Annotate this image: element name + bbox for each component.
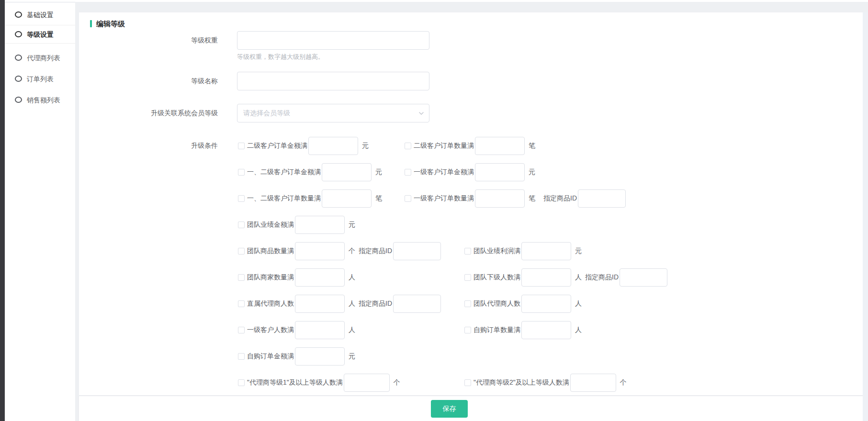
condition-value-input[interactable] xyxy=(295,347,345,366)
condition-row: 一、二级客户订单数量满笔一级客户订单数量满笔指定商品ID xyxy=(237,189,667,208)
condition-item: 团队商家数量满人 xyxy=(238,268,464,287)
condition-unit: 人 xyxy=(575,299,582,308)
condition-checkbox[interactable] xyxy=(238,169,245,176)
condition-item: 二级客户订单金额满元 xyxy=(238,137,405,155)
level-name-input[interactable] xyxy=(237,72,429,90)
condition-unit: 人 xyxy=(575,326,582,334)
condition-item: 一、二级客户订单金额满元 xyxy=(238,163,405,181)
condition-checkbox[interactable] xyxy=(238,248,245,255)
condition-item: 团队代理商人数人 xyxy=(464,295,582,313)
circle-icon xyxy=(15,97,22,103)
circle-icon xyxy=(15,55,22,61)
sidebar-item-label: 代理商列表 xyxy=(27,54,60,62)
condition-item: 二级客户订单数量满笔 xyxy=(405,137,535,155)
condition-checkbox[interactable] xyxy=(238,327,245,333)
condition-label: 团队业绩金额满 xyxy=(247,221,294,229)
condition-checkbox[interactable] xyxy=(405,195,411,202)
condition-value-input[interactable] xyxy=(308,137,358,155)
condition-value-input[interactable] xyxy=(475,163,525,181)
condition-checkbox[interactable] xyxy=(238,300,245,307)
product-id-label: 指定商品ID xyxy=(359,247,392,255)
weight-input[interactable] xyxy=(237,31,429,50)
sidebar-item-label: 基础设置 xyxy=(27,11,54,19)
sidebar-item-4[interactable]: 销售额列表 xyxy=(5,89,75,111)
condition-checkbox[interactable] xyxy=(405,169,411,176)
condition-item: 直属代理商人数人指定商品ID xyxy=(238,295,464,313)
sidebar-item-label: 订单列表 xyxy=(27,75,54,83)
condition-checkbox[interactable] xyxy=(464,274,471,281)
condition-label: 团队商家数量满 xyxy=(247,273,294,282)
conditions-row: 升级条件 二级客户订单金额满元二级客户订单数量满笔一、二级客户订单金额满元一级客… xyxy=(90,136,863,392)
edit-level-form: 等级权重 等级权重，数字越大级别越高。 等级名称 升级关联系统会员等级 请选择会… xyxy=(90,31,863,392)
sidebar: 基础设置等级设置代理商列表订单列表销售额列表 xyxy=(5,2,75,421)
product-id-input[interactable] xyxy=(620,268,667,287)
condition-value-input[interactable] xyxy=(475,137,525,155)
product-id-input[interactable] xyxy=(393,295,441,313)
member-level-row: 升级关联系统会员等级 请选择会员等级 xyxy=(90,104,863,122)
member-level-select[interactable]: 请选择会员等级 xyxy=(237,104,429,122)
condition-checkbox[interactable] xyxy=(238,353,245,360)
condition-value-input[interactable] xyxy=(521,321,571,339)
condition-checkbox[interactable] xyxy=(464,327,471,333)
condition-checkbox[interactable] xyxy=(238,379,245,386)
condition-unit: 人 xyxy=(575,273,582,282)
top-header-strip xyxy=(5,0,868,2)
condition-value-input[interactable] xyxy=(322,163,372,181)
condition-label: 一、二级客户订单金额满 xyxy=(247,168,321,177)
sidebar-item-3[interactable]: 订单列表 xyxy=(5,68,75,89)
condition-value-input[interactable] xyxy=(295,295,345,313)
condition-checkbox[interactable] xyxy=(464,379,471,386)
condition-value-input[interactable] xyxy=(521,242,571,260)
condition-item: 团队下级人数满人指定商品ID xyxy=(464,268,667,287)
condition-checkbox[interactable] xyxy=(238,222,245,228)
circle-icon xyxy=(15,11,22,18)
condition-checkbox[interactable] xyxy=(238,274,245,281)
condition-item: 团队商品数量满个指定商品ID xyxy=(238,242,464,260)
save-button[interactable]: 保存 xyxy=(431,400,468,418)
product-id-label: 指定商品ID xyxy=(359,299,392,308)
condition-checkbox[interactable] xyxy=(238,143,245,149)
condition-label: 团队代理商人数 xyxy=(473,299,520,308)
condition-value-input[interactable] xyxy=(344,374,390,392)
product-id-input[interactable] xyxy=(578,189,626,208)
condition-row: 一、二级客户订单金额满元一级客户订单金额满元 xyxy=(237,163,667,181)
condition-unit: 元 xyxy=(375,168,382,177)
condition-label: 直属代理商人数 xyxy=(247,299,294,308)
condition-label: 自购订单数量满 xyxy=(473,326,520,334)
condition-item: 一级客户订单数量满笔指定商品ID xyxy=(405,189,626,208)
condition-value-input[interactable] xyxy=(570,374,616,392)
condition-value-input[interactable] xyxy=(295,216,345,234)
condition-item: 自购订单数量满人 xyxy=(464,321,582,339)
condition-value-input[interactable] xyxy=(322,189,372,208)
condition-unit: 个 xyxy=(620,378,627,387)
condition-value-input[interactable] xyxy=(521,268,571,287)
condition-unit: 笔 xyxy=(375,194,382,203)
condition-checkbox[interactable] xyxy=(238,195,245,202)
sidebar-item-0[interactable]: 基础设置 xyxy=(5,4,75,25)
condition-checkbox[interactable] xyxy=(464,300,471,307)
condition-value-input[interactable] xyxy=(295,242,345,260)
circle-icon xyxy=(15,31,22,37)
product-id-input[interactable] xyxy=(393,242,441,260)
condition-unit: 元 xyxy=(349,221,355,229)
scrollbar-track[interactable] xyxy=(863,12,868,421)
condition-value-input[interactable] xyxy=(521,295,571,313)
condition-value-input[interactable] xyxy=(475,189,525,208)
condition-item: 一级客户人数满人 xyxy=(238,321,464,339)
sidebar-item-2[interactable]: 代理商列表 xyxy=(5,47,75,68)
condition-value-input[interactable] xyxy=(295,321,345,339)
condition-unit: 元 xyxy=(362,142,369,150)
condition-checkbox[interactable] xyxy=(464,248,471,255)
condition-row: 自购订单金额满元 xyxy=(237,347,667,366)
sidebar-item-1[interactable]: 等级设置 xyxy=(5,25,75,44)
condition-item: "代理商等级1"及以上等级人数满个 xyxy=(238,374,464,392)
sidebar-menu: 基础设置等级设置代理商列表订单列表销售额列表 xyxy=(5,2,75,111)
left-dark-rail xyxy=(0,0,5,421)
condition-value-input[interactable] xyxy=(295,268,345,287)
condition-unit: 个 xyxy=(394,378,400,387)
condition-checkbox[interactable] xyxy=(405,143,411,149)
product-id-label: 指定商品ID xyxy=(585,273,619,282)
condition-label: 团队业绩利润满 xyxy=(473,247,520,255)
chevron-down-icon xyxy=(418,111,424,116)
product-id-label: 指定商品ID xyxy=(543,194,577,203)
